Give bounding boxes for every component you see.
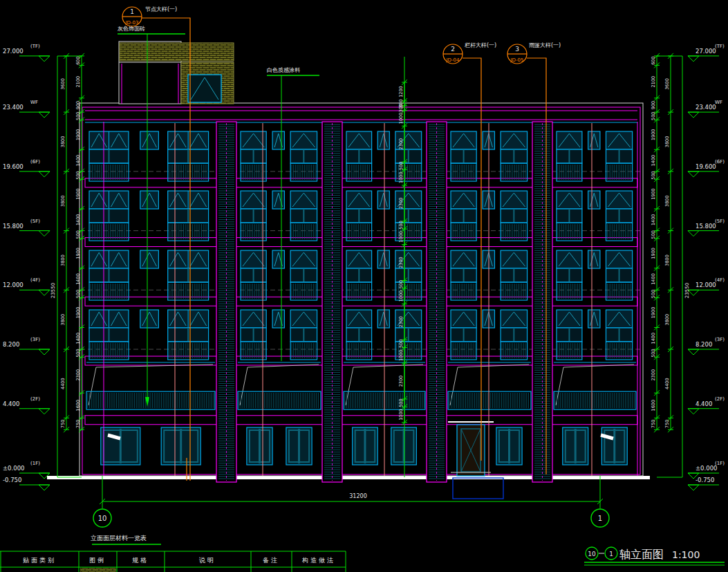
dim-value: 600	[651, 56, 656, 64]
level-value: -0.750	[696, 477, 714, 483]
dim-value: 500	[398, 340, 404, 348]
level-triangle	[688, 172, 699, 177]
title-text: 轴立面图	[619, 548, 664, 561]
callout-1-ref: JD-03	[125, 20, 139, 26]
dim-value: 500	[75, 112, 81, 120]
level-marker-right: 27.000(TF)	[688, 44, 725, 62]
window-transom	[557, 310, 582, 328]
dim-value: 1400	[651, 273, 656, 285]
ground-floor-window	[286, 427, 312, 465]
table-header-category: 贴面类别	[23, 557, 56, 564]
dim-value: 500	[398, 221, 404, 229]
dim-value: 500	[75, 290, 81, 298]
dim-value: 2300	[651, 369, 656, 381]
dim-value: 1900	[75, 248, 81, 259]
dim-value: 500	[651, 290, 656, 298]
dim-value: 2300	[398, 198, 404, 210]
dim-value: 500	[75, 171, 81, 179]
level-triangle	[688, 349, 699, 355]
ground-line	[47, 476, 650, 479]
window-transom	[346, 131, 372, 149]
dim-value: 3600	[664, 78, 670, 90]
level-value: 27.000	[696, 48, 716, 55]
dim-value: 1900	[75, 188, 81, 200]
material-schedule-table: 立面面层材料一览表 贴面类别 图例 规格 说明 备注 构造做法	[0, 535, 346, 572]
dim-value: 1900	[651, 307, 656, 319]
dim-value: 1900	[75, 129, 81, 141]
generated-geometry: 27.000(TF)27.000(TF)23.400WF23.400WF19.6…	[3, 41, 725, 499]
table-legend-brick-swatch	[80, 568, 116, 572]
small-window	[377, 131, 389, 149]
level-marker-right: 19.600(6F)	[688, 159, 725, 177]
dim-value: 2300	[398, 257, 404, 268]
dim-value: 1400	[651, 155, 656, 167]
small-window	[272, 131, 284, 149]
level-triangle	[688, 485, 699, 490]
dim-value: 3800	[60, 255, 66, 266]
level-value: 12.000	[3, 282, 24, 288]
dim-value: 1900	[651, 129, 656, 141]
level-value: ±0.000	[3, 465, 24, 472]
dim-value: 750	[664, 420, 670, 428]
dim-value: 900	[651, 101, 656, 109]
callout-3-label: 雨篷大样(一)	[529, 42, 561, 48]
level-marker-right: 4.400(2F)	[688, 396, 725, 414]
dim-value: 900	[75, 101, 81, 109]
width-dim-text: 31200	[349, 493, 366, 499]
entrance-pit	[453, 478, 503, 499]
level-marker-left: -0.750	[3, 477, 50, 490]
ground-floor-window	[101, 427, 140, 465]
level-tag: (4F)	[715, 277, 725, 283]
level-value: 23.400	[3, 104, 24, 111]
level-marker-left: 19.600(6F)	[3, 159, 50, 177]
window-transom	[606, 250, 632, 268]
dim-value: 1600	[75, 400, 81, 412]
table-header-construction: 构造做法	[301, 557, 335, 564]
level-value: -0.750	[3, 477, 21, 483]
window-transom	[290, 250, 317, 268]
level-tag: (3F)	[30, 337, 40, 342]
dim-value: 3800	[664, 255, 670, 266]
level-marker-left: 15.800(5F)	[3, 219, 50, 237]
small-window	[588, 191, 600, 209]
small-window	[588, 131, 600, 149]
elevation-drawing: 27.000(TF)27.000(TF)23.400WF23.400WF19.6…	[0, 0, 728, 572]
dimension-chain-right-floor: 360038003800380038004400750	[664, 53, 673, 432]
title-bubble-left-text: 10	[588, 551, 596, 557]
height-dim-text-left: 23550	[50, 283, 56, 298]
window-transom	[501, 310, 527, 328]
level-marker-right: 23.400WF	[688, 100, 722, 118]
dim-value: 500	[651, 112, 656, 120]
dim-value: 1400	[75, 155, 81, 167]
ground-floor-window	[161, 427, 200, 465]
dim-value: 1200	[398, 86, 404, 98]
level-marker-left: 12.000(4F)	[3, 277, 50, 295]
table-header-legend: 图例	[89, 557, 106, 564]
dim-value: 1900	[75, 307, 81, 319]
level-tag: (1F)	[30, 461, 40, 466]
level-value: 27.000	[3, 48, 24, 55]
small-window	[140, 250, 159, 268]
axis-bubble-10-text: 10	[98, 515, 107, 522]
table-title: 立面面层材料一览表	[91, 535, 147, 542]
ground-floor-window	[353, 427, 378, 465]
level-triangle	[39, 112, 50, 118]
dim-value: 3800	[60, 136, 66, 148]
dim-value: 1600	[651, 400, 656, 412]
window-transom	[557, 250, 582, 268]
level-value: 15.800	[696, 223, 716, 230]
small-window	[377, 191, 389, 209]
dim-value: 3800	[664, 195, 670, 207]
level-tag: WF	[715, 100, 722, 105]
window-transom	[501, 131, 527, 149]
window-transom	[290, 131, 317, 149]
dim-value: 2300	[398, 138, 404, 150]
level-tag: (5F)	[715, 219, 725, 224]
window-transom	[346, 310, 372, 328]
callout-3-ref: JD-05	[510, 57, 524, 63]
dim-value: 3800	[664, 136, 670, 148]
tower-window	[188, 75, 221, 102]
small-window	[377, 250, 389, 268]
dim-value: 1000	[398, 113, 404, 124]
level-value: 15.800	[3, 223, 24, 230]
